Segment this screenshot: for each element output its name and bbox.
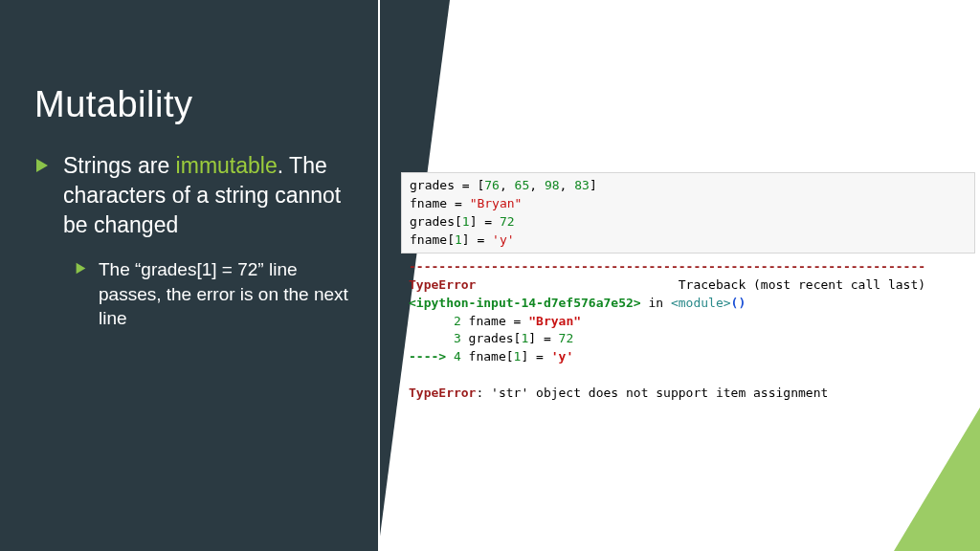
- corner-accent: [894, 408, 980, 551]
- bullet-level-2: The “grades[1] = 72” line passes, the er…: [75, 257, 360, 331]
- traceback-location: <ipython-input-14-d7ef576a7e52>: [409, 296, 641, 310]
- bullet-level-1: Strings are immutable. The characters of…: [34, 151, 360, 240]
- traceback-divider: ----------------------------------------…: [409, 259, 925, 274]
- svg-marker-3: [77, 263, 86, 274]
- final-error-type: TypeError: [409, 386, 476, 400]
- slide-title: Mutability: [34, 84, 193, 125]
- bullet-2-text: The “grades[1] = 72” line passes, the er…: [99, 257, 360, 331]
- error-arrow: ---->: [409, 349, 454, 364]
- bullet-arrow-icon: [34, 157, 50, 174]
- code-line-1: grades = [76, 65, 98, 83]: [410, 178, 597, 192]
- bullet-arrow-icon: [75, 261, 87, 276]
- svg-marker-1: [378, 0, 380, 551]
- bullet-1-highlight: immutable: [176, 153, 278, 178]
- bullet-list: Strings are immutable. The characters of…: [34, 151, 360, 331]
- code-input-cell: grades = [76, 65, 98, 83] fname = "Bryan…: [401, 172, 975, 253]
- traceback-output: ----------------------------------------…: [401, 256, 975, 405]
- bullet-1-pre: Strings are: [63, 153, 176, 178]
- svg-marker-2: [36, 159, 48, 172]
- error-type: TypeError: [409, 277, 476, 292]
- traceback-header: Traceback (most recent call last): [679, 277, 925, 292]
- final-error-msg: : 'str' object does not support item ass…: [476, 386, 828, 400]
- code-line-4: fname[1] = 'y': [410, 232, 515, 247]
- code-line-3: grades[1] = 72: [410, 214, 515, 229]
- bullet-1-text: Strings are immutable. The characters of…: [63, 151, 360, 240]
- slide: Mutability Strings are immutable. The ch…: [0, 0, 980, 551]
- code-line-2: fname = "Bryan": [410, 196, 522, 210]
- traceback-spacer: [476, 277, 678, 292]
